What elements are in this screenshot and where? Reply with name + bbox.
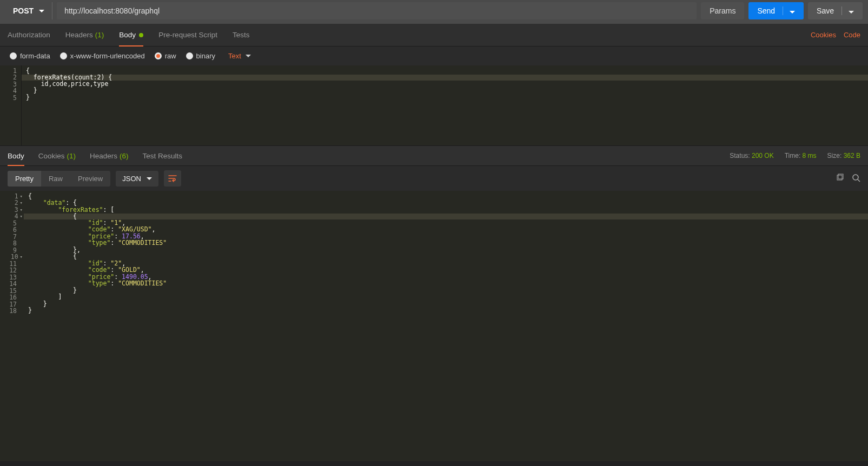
url-input[interactable]: http://localhost:8080/graphql bbox=[57, 2, 697, 19]
resp-tab-body[interactable]: Body bbox=[8, 146, 24, 165]
response-status: Status: 200 OK Time: 8 ms Size: 362 B bbox=[730, 152, 860, 159]
request-bar: POST http://localhost:8080/graphql Param… bbox=[0, 0, 868, 24]
view-pretty[interactable]: Pretty bbox=[8, 171, 41, 187]
radio-urlencoded[interactable]: x-www-form-urlencoded bbox=[60, 52, 145, 60]
tab-body[interactable]: Body bbox=[119, 24, 143, 46]
radio-icon bbox=[60, 52, 67, 59]
chevron-down-icon bbox=[147, 177, 152, 180]
status-value: 200 OK bbox=[752, 152, 774, 159]
tab-tests[interactable]: Tests bbox=[233, 24, 250, 46]
svg-line-3 bbox=[858, 179, 860, 182]
copy-button[interactable] bbox=[836, 174, 844, 184]
raw-type-dropdown[interactable]: Text bbox=[228, 52, 251, 60]
svg-rect-0 bbox=[837, 175, 842, 180]
cookies-link[interactable]: Cookies bbox=[811, 31, 836, 39]
response-tabs: Body Cookies (1) Headers (6) Test Result… bbox=[0, 145, 868, 166]
search-button[interactable] bbox=[852, 174, 860, 184]
code-link[interactable]: Code bbox=[844, 31, 860, 39]
view-preview[interactable]: Preview bbox=[70, 171, 110, 187]
search-icon bbox=[852, 174, 860, 182]
wrap-lines-button[interactable] bbox=[164, 170, 181, 187]
save-dropdown-icon[interactable] bbox=[842, 6, 854, 15]
send-button[interactable]: Send bbox=[748, 2, 804, 19]
response-body-editor[interactable]: 1▾2▾3▾4▾5678910▾1112131415161718 { "data… bbox=[0, 191, 868, 461]
http-method-dropdown[interactable]: POST bbox=[5, 2, 52, 19]
chevron-down-icon bbox=[246, 55, 251, 57]
resp-tab-headers[interactable]: Headers (6) bbox=[90, 146, 129, 165]
radio-form-data[interactable]: form-data bbox=[10, 52, 50, 60]
url-text: http://localhost:8080/graphql bbox=[64, 6, 160, 15]
view-raw[interactable]: Raw bbox=[41, 171, 70, 187]
resp-tab-testresults[interactable]: Test Results bbox=[143, 146, 183, 165]
response-toolbar: Pretty Raw Preview JSON bbox=[0, 166, 868, 191]
format-dropdown[interactable]: JSON bbox=[116, 171, 158, 187]
request-body-editor[interactable]: 12345 { forexRates(count:2) { id,code,pr… bbox=[0, 65, 868, 145]
radio-icon bbox=[186, 52, 193, 59]
http-method-label: POST bbox=[13, 6, 34, 15]
resp-tab-cookies[interactable]: Cookies (1) bbox=[38, 146, 76, 165]
send-dropdown-icon[interactable] bbox=[783, 6, 795, 15]
radio-icon bbox=[155, 52, 162, 59]
copy-icon bbox=[836, 174, 844, 182]
tab-headers[interactable]: Headers (1) bbox=[65, 24, 104, 46]
radio-icon bbox=[10, 52, 17, 59]
params-button[interactable]: Params bbox=[701, 2, 744, 19]
radio-raw[interactable]: raw bbox=[155, 52, 176, 60]
tab-authorization[interactable]: Authorization bbox=[8, 24, 50, 46]
svg-rect-1 bbox=[838, 174, 843, 179]
tab-prerequest[interactable]: Pre-request Script bbox=[158, 24, 217, 46]
time-value: 8 ms bbox=[803, 152, 817, 159]
response-code: { "data": { "forexRates": [ { "id": "1",… bbox=[24, 191, 868, 461]
chevron-down-icon bbox=[39, 10, 44, 12]
save-button[interactable]: Save bbox=[808, 2, 863, 19]
radio-binary[interactable]: binary bbox=[186, 52, 215, 60]
response-gutter: 1▾2▾3▾4▾5678910▾1112131415161718 bbox=[0, 191, 24, 461]
request-code[interactable]: { forexRates(count:2) { id,code,price,ty… bbox=[22, 65, 868, 145]
request-gutter: 12345 bbox=[0, 65, 22, 145]
size-value: 362 B bbox=[844, 152, 860, 159]
svg-point-2 bbox=[853, 175, 858, 180]
body-indicator-icon bbox=[139, 33, 143, 37]
body-type-row: form-data x-www-form-urlencoded raw bina… bbox=[0, 46, 868, 65]
view-mode-group: Pretty Raw Preview bbox=[8, 171, 110, 187]
request-tabs: Authorization Headers (1) Body Pre-reque… bbox=[0, 24, 868, 46]
wrap-icon bbox=[168, 175, 177, 182]
